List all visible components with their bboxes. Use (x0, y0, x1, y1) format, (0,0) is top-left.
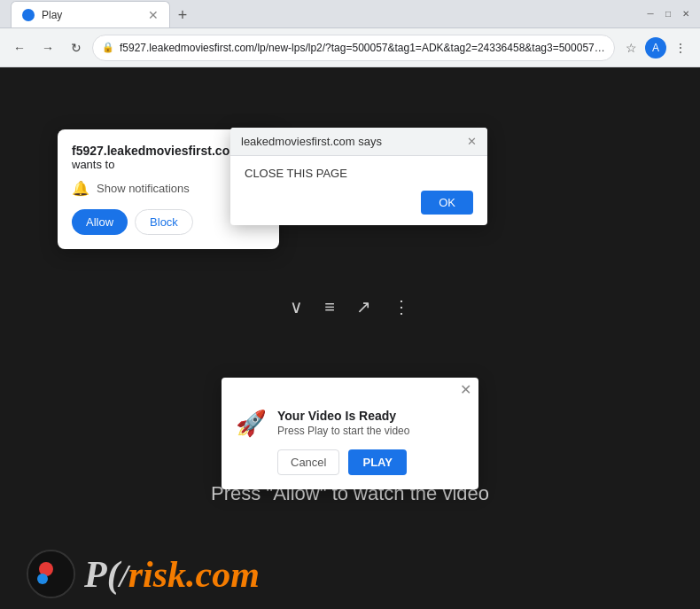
close-button[interactable]: ✕ (679, 7, 693, 21)
page-content: f5927.leakedmoviesfirst.com wants to ✕ 🔔… (0, 67, 700, 609)
dot-blue (37, 574, 48, 584)
profile-icon[interactable]: A (645, 37, 666, 59)
alert-ok-button[interactable]: OK (421, 191, 473, 215)
alert-header: leakedmoviesfirst.com says ✕ (230, 128, 487, 156)
rocket-icon: 🚀 (236, 409, 267, 438)
logo-text: P(/risk.com (84, 553, 260, 596)
logo-magnifier (27, 550, 75, 598)
reload-button[interactable]: ↻ (64, 35, 89, 60)
address-bar[interactable]: 🔒 f5927.leakedmoviesfirst.com/lp/new-lps… (92, 35, 615, 61)
new-tab-button[interactable]: + (170, 3, 195, 27)
notif-desc: Show notifications (97, 182, 190, 195)
vp-title: Your Video Is Ready (277, 409, 464, 423)
alert-message: CLOSE THIS PAGE (245, 167, 473, 180)
video-controls: ∨ ≡ ↗ ⋮ (0, 296, 700, 317)
chevron-down-icon[interactable]: ∨ (290, 296, 303, 317)
toolbar: ← → ↻ 🔒 f5927.leakedmoviesfirst.com/lp/n… (0, 28, 700, 67)
browser-frame: Play ✕ + ─ □ ✕ ← → ↻ 🔒 f5927.leakedmovie… (0, 0, 700, 609)
block-button[interactable]: Block (135, 209, 193, 235)
alert-popup: leakedmoviesfirst.com says ✕ CLOSE THIS … (230, 128, 487, 225)
vp-close-icon[interactable]: ✕ (460, 381, 471, 398)
url-text: f5927.leakedmoviesfirst.com/lp/new-lps/l… (120, 42, 605, 54)
bookmark-icon[interactable]: ☆ (618, 35, 643, 60)
minimize-button[interactable]: ─ (643, 7, 657, 21)
allow-button[interactable]: Allow (72, 209, 128, 235)
vp-buttons: Cancel PLAY (277, 449, 464, 475)
alert-site-name: leakedmoviesfirst.com says (241, 135, 382, 148)
browser-tab[interactable]: Play ✕ (11, 1, 170, 27)
play-button[interactable]: PLAY (348, 449, 406, 475)
title-bar: Play ✕ + ─ □ ✕ (0, 0, 700, 28)
forward-button[interactable]: → (35, 35, 60, 60)
more-options-icon[interactable]: ⋮ (393, 296, 410, 317)
pcrisk-logo: P(/risk.com (27, 550, 260, 598)
maximize-button[interactable]: □ (661, 7, 675, 21)
back-button[interactable]: ← (7, 35, 32, 60)
toolbar-right: ☆ A ⋮ (618, 35, 693, 60)
share-icon[interactable]: ↗ (356, 296, 371, 317)
bell-icon: 🔔 (72, 180, 89, 197)
vp-body: 🚀 Your Video Is Ready Press Play to star… (222, 402, 478, 489)
notif-wants-text: wants to (72, 158, 241, 171)
cancel-button[interactable]: Cancel (277, 449, 339, 475)
video-popup: ✕ 🚀 Your Video Is Ready Press Play to st… (222, 378, 478, 489)
queue-icon[interactable]: ≡ (324, 297, 335, 317)
notif-site-name: f5927.leakedmoviesfirst.com (72, 144, 241, 158)
tab-title: Play (42, 9, 141, 21)
vp-subtitle: Press Play to start the video (277, 425, 464, 437)
alert-body: CLOSE THIS PAGE OK (230, 156, 487, 225)
vp-header: ✕ (222, 378, 478, 402)
vp-text-block: Your Video Is Ready Press Play to start … (277, 409, 464, 475)
notif-site-wants: f5927.leakedmoviesfirst.com wants to (72, 144, 241, 171)
window-controls: ─ □ ✕ (643, 7, 693, 21)
tab-favicon (22, 9, 35, 21)
tab-close-icon[interactable]: ✕ (148, 8, 159, 22)
menu-icon[interactable]: ⋮ (668, 35, 693, 60)
